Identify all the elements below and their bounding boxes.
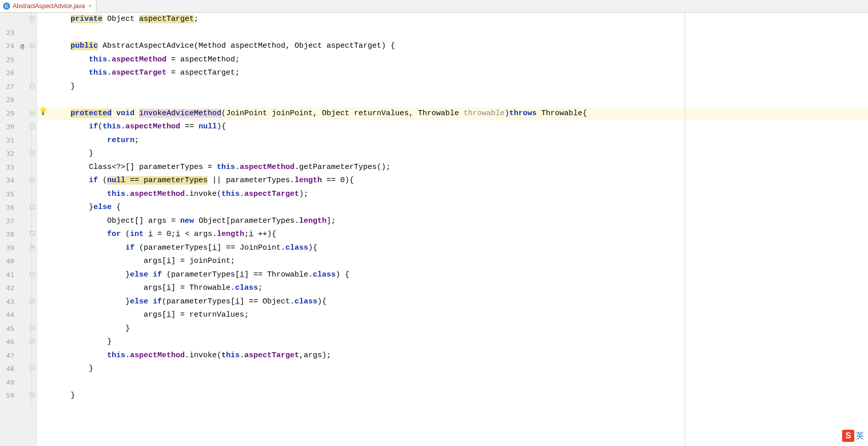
line-number[interactable]: 38 — [0, 228, 14, 242]
fold-toggle-icon[interactable] — [30, 393, 35, 397]
line-number[interactable]: 24 — [0, 40, 14, 53]
gutter-icon-column: @ — [17, 13, 27, 446]
line-number[interactable]: 31 — [0, 134, 14, 148]
line-number[interactable]: 33 — [0, 161, 14, 175]
line-number[interactable]: 25 — [0, 53, 14, 67]
code-line[interactable]: args[i] = Throwable.class; — [48, 282, 868, 295]
tab-filename: AbstractAspectAdvice.java — [13, 3, 85, 10]
code-line[interactable]: this.aspectMethod.invoke(this.aspectTarg… — [48, 188, 868, 201]
code-line[interactable]: }else if(parameterTypes[i] == Object.cla… — [48, 295, 868, 309]
code-line[interactable]: if (null == parameterTypes || parameterT… — [48, 174, 868, 188]
code-line[interactable]: Object[] args = new Object[parameterType… — [48, 215, 868, 228]
fold-toggle-icon[interactable] — [30, 245, 35, 250]
code-line[interactable]: if(this.aspectMethod == null){ — [48, 120, 868, 134]
code-line[interactable]: for (int i = 0;i < args.length;i ++){ — [48, 228, 868, 242]
code-line[interactable]: args[i] = joinPoint; — [48, 255, 868, 268]
java-class-icon: C — [3, 3, 10, 10]
line-number[interactable]: 36 — [0, 201, 14, 215]
code-line[interactable]: } — [48, 80, 868, 94]
code-line[interactable]: }else if (parameterTypes[i] == Throwable… — [48, 268, 868, 282]
line-number[interactable]: 39 — [0, 242, 14, 255]
line-number[interactable]: 50 — [0, 389, 14, 403]
fold-toggle-icon[interactable] — [30, 339, 35, 344]
line-number[interactable]: 49 — [0, 376, 14, 390]
code-line[interactable]: private Object aspectTarget; — [48, 13, 868, 26]
code-line[interactable]: } — [48, 322, 868, 336]
fold-toggle-icon[interactable] — [30, 326, 35, 330]
code-area[interactable]: private Object aspectTarget; public Abst… — [48, 13, 868, 446]
line-number[interactable]: 43 — [0, 295, 14, 309]
line-number[interactable]: 46 — [0, 335, 14, 349]
code-line[interactable]: if (parameterTypes[i] == JoinPoint.class… — [48, 242, 868, 255]
code-line[interactable] — [48, 376, 868, 390]
code-line[interactable]: Class<?>[] parameterTypes = this.aspectM… — [48, 161, 868, 175]
tab-bar: C AbstractAspectAdvice.java × — [0, 0, 868, 13]
line-number[interactable]: 41 — [0, 268, 14, 282]
code-line[interactable]: this.aspectMethod.invoke(this.aspectTarg… — [48, 349, 868, 363]
editor-tab[interactable]: C AbstractAspectAdvice.java × — [0, 0, 96, 12]
gutter: 23 24 25 26 27 28 29 30 31 32 33 34 35 3… — [0, 13, 37, 446]
close-icon[interactable]: × — [88, 3, 92, 9]
fold-toggle-icon[interactable] — [30, 178, 35, 182]
fold-toggle-icon[interactable] — [30, 299, 35, 303]
line-number[interactable]: 27 — [0, 80, 14, 94]
fold-toggle-icon[interactable] — [30, 111, 35, 115]
code-line[interactable]: } — [48, 147, 868, 161]
line-number-column: 23 24 25 26 27 28 29 30 31 32 33 34 35 3… — [0, 13, 17, 446]
gutter-extra: 💡 — [37, 13, 48, 446]
fold-toggle-icon[interactable] — [30, 231, 35, 236]
line-number[interactable]: 45 — [0, 322, 14, 336]
fold-column — [27, 13, 37, 446]
code-line-current[interactable]: protected void invokeAdviceMethod(JoinPo… — [48, 107, 868, 121]
line-number[interactable]: 23 — [0, 26, 14, 40]
line-number[interactable]: 26 — [0, 66, 14, 80]
fold-toggle-icon[interactable] — [30, 204, 35, 209]
line-number[interactable]: 28 — [0, 93, 14, 107]
fold-toggle-icon[interactable] — [30, 43, 35, 48]
ime-indicator[interactable]: S 英 — [842, 430, 864, 442]
line-number[interactable]: 30 — [0, 120, 14, 134]
line-number[interactable]: 37 — [0, 215, 14, 228]
line-number[interactable]: 34 — [0, 174, 14, 188]
fold-toggle-icon[interactable] — [30, 366, 35, 370]
right-margin-guide — [685, 13, 685, 446]
fold-toggle-icon[interactable] — [30, 84, 35, 88]
code-line[interactable]: } — [48, 362, 868, 376]
code-line[interactable]: this.aspectMethod = aspectMethod; — [48, 53, 868, 67]
line-number[interactable]: 32 — [0, 147, 14, 161]
code-line[interactable] — [48, 26, 868, 40]
override-gutter-icon[interactable]: @ — [20, 42, 24, 50]
line-number[interactable]: 35 — [0, 188, 14, 201]
line-number[interactable]: 29 — [0, 107, 14, 121]
fold-toggle-icon[interactable] — [30, 16, 35, 21]
line-number[interactable]: 47 — [0, 349, 14, 363]
code-line[interactable]: } — [48, 389, 868, 403]
line-number[interactable]: 44 — [0, 308, 14, 322]
code-line[interactable]: return; — [48, 134, 868, 148]
line-number[interactable]: 42 — [0, 282, 14, 295]
code-line[interactable]: }else { — [48, 201, 868, 215]
code-line[interactable]: args[i] = returnValues; — [48, 308, 868, 322]
line-number[interactable]: 40 — [0, 255, 14, 268]
line-number[interactable]: 48 — [0, 362, 14, 376]
line-number[interactable] — [0, 13, 14, 26]
code-line[interactable]: public AbstractAspectAdvice(Method aspec… — [48, 40, 868, 53]
code-line[interactable]: this.aspectTarget = aspectTarget; — [48, 66, 868, 80]
fold-toggle-icon[interactable] — [30, 151, 35, 155]
ime-language-label: 英 — [856, 431, 864, 441]
intention-bulb-icon[interactable]: 💡 — [39, 107, 47, 115]
sogou-ime-icon: S — [842, 430, 854, 442]
code-line[interactable]: } — [48, 335, 868, 349]
code-line[interactable] — [48, 93, 868, 107]
fold-toggle-icon[interactable] — [30, 272, 35, 277]
fold-toggle-icon[interactable] — [30, 124, 35, 128]
editor: 23 24 25 26 27 28 29 30 31 32 33 34 35 3… — [0, 13, 868, 446]
